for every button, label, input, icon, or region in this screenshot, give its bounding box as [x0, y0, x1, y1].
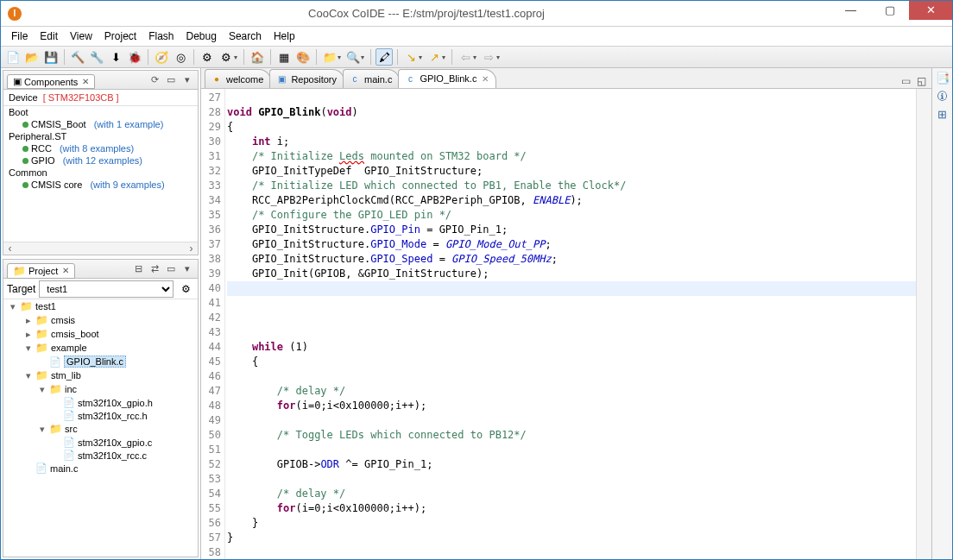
device-row[interactable]: Device [ STM32F103CB ]	[3, 90, 198, 106]
maximize-button[interactable]: ▢	[870, 1, 909, 20]
code-area[interactable]: void GPIO_Blink(void){ int i; /* Initial…	[225, 89, 916, 559]
dropdown-icon[interactable]: ▾	[361, 53, 364, 61]
tree-item[interactable]: 📄 stm32f10x_gpio.h	[3, 396, 198, 409]
dropdown-icon[interactable]: ▾	[234, 53, 237, 61]
hscroll[interactable]: ‹›	[3, 242, 198, 255]
component-group[interactable]: Common	[3, 167, 198, 179]
close-icon[interactable]: ✕	[82, 77, 89, 86]
separator	[193, 49, 194, 65]
grid-icon[interactable]: ▦	[275, 48, 293, 66]
tree-item[interactable]: ▸📁 cmsis_boot	[3, 327, 198, 341]
editor-tab[interactable]: cGPIO_Blink.c ✕	[398, 69, 496, 88]
component-group[interactable]: Peripheral.ST	[3, 130, 198, 142]
component-item[interactable]: RCC (with 8 examples)	[3, 142, 198, 154]
config-icon[interactable]: 🧭	[153, 48, 170, 66]
titlebar[interactable]: I CooCox CoIDE --- E:/stm/proj/test1/tes…	[1, 1, 952, 27]
menu-flash[interactable]: Flash	[143, 28, 179, 44]
tree-root[interactable]: ▾📁 test1	[3, 299, 198, 313]
tree-item[interactable]: ▾📁 inc	[3, 382, 198, 396]
panel-header[interactable]: 📁 Project ✕ ⊟ ⇄ ▭ ▾	[3, 260, 198, 279]
new-file-icon[interactable]: 📄	[4, 48, 22, 66]
prev-ann-icon[interactable]: ↗	[426, 48, 443, 66]
tree-item[interactable]: ▸📁 cmsis	[3, 313, 198, 327]
components-tab[interactable]: ▣ Components ✕	[7, 74, 95, 89]
tree-item[interactable]: 📄 GPIO_Blink.c	[3, 355, 198, 368]
build-icon[interactable]: 🔨	[69, 48, 86, 66]
menu-icon[interactable]: ▾	[180, 262, 194, 276]
examples-link[interactable]: (with 1 example)	[94, 119, 164, 129]
palette-icon[interactable]: 🎨	[294, 48, 312, 66]
examples-link[interactable]: (with 8 examples)	[60, 143, 134, 154]
highlighter-icon[interactable]: 🖍	[376, 48, 393, 66]
forward-icon[interactable]: ⇨	[480, 48, 497, 66]
dropdown-icon[interactable]: ▾	[419, 53, 422, 61]
search-icon[interactable]: 🔍	[344, 48, 362, 66]
settings-icon[interactable]: ⚙	[218, 48, 235, 66]
collapse-icon[interactable]: ⊟	[131, 262, 145, 276]
tree-item[interactable]: ▾📁 example	[3, 341, 198, 355]
close-icon[interactable]: ✕	[482, 74, 489, 84]
component-item[interactable]: GPIO (with 12 examples)	[3, 154, 198, 167]
editor-tab[interactable]: ●welcome	[205, 69, 271, 88]
open-type-icon[interactable]: 📁	[321, 48, 338, 66]
components-icon: ▣	[13, 76, 22, 87]
overview-ruler[interactable]	[916, 89, 931, 559]
home-icon[interactable]: 🏠	[249, 48, 266, 66]
file-icon: ●	[211, 73, 223, 85]
link-icon[interactable]: ⇄	[148, 262, 161, 276]
minimize-icon[interactable]: ▭	[164, 73, 178, 87]
target-select[interactable]: test1	[39, 280, 174, 298]
minimize-button[interactable]: —	[831, 1, 870, 20]
back-icon[interactable]: ⇦	[457, 48, 474, 66]
editor-tab[interactable]: cmain.c	[343, 69, 400, 88]
menu-help[interactable]: Help	[268, 28, 300, 44]
menu-icon[interactable]: ▾	[180, 73, 194, 87]
open-icon[interactable]: 📂	[23, 48, 41, 66]
restore-icon[interactable]: ◱	[914, 74, 928, 88]
code-editor[interactable]: 2728293031323334353637383940414243444546…	[201, 89, 931, 559]
menu-file[interactable]: File	[6, 28, 33, 44]
examples-link[interactable]: (with 9 examples)	[90, 179, 164, 190]
component-group[interactable]: Boot	[3, 106, 198, 118]
tree-item[interactable]: ▾📁 src	[3, 422, 198, 436]
tab-label: Components	[24, 77, 78, 87]
examples-link[interactable]: (with 12 examples)	[63, 155, 142, 166]
tree-item[interactable]: 📄 main.c	[3, 462, 198, 475]
save-icon[interactable]: 💾	[42, 48, 60, 66]
dropdown-icon[interactable]: ▾	[496, 53, 500, 61]
help-icon[interactable]: 🛈	[937, 90, 948, 103]
close-button[interactable]: ✕	[909, 1, 952, 20]
menu-project[interactable]: Project	[99, 28, 142, 44]
menu-search[interactable]: Search	[224, 28, 267, 44]
component-item[interactable]: CMSIS_Boot (with 1 example)	[3, 118, 198, 130]
menu-edit[interactable]: Edit	[35, 28, 63, 44]
panel-header[interactable]: ▣ Components ✕ ⟳ ▭ ▾	[3, 71, 198, 90]
target-icon[interactable]: ◎	[172, 48, 189, 66]
rebuild-icon[interactable]: 🔧	[88, 48, 105, 66]
maximize-icon[interactable]: ▭	[899, 74, 912, 88]
tree-item[interactable]: ▾📁 stm_lib	[3, 368, 198, 382]
target-settings-icon[interactable]: ⚙	[177, 280, 194, 298]
window-title: CooCox CoIDE --- E:/stm/proj/test1/test1…	[22, 7, 831, 20]
refresh-icon[interactable]: ⟳	[148, 73, 161, 87]
outline-icon[interactable]: 📑	[936, 72, 950, 85]
peripherals-icon[interactable]: ⊞	[937, 108, 947, 121]
debug-icon[interactable]: 🐞	[126, 48, 143, 66]
editor-tabs-controls: ▭ ◱	[899, 74, 931, 88]
close-icon[interactable]: ✕	[62, 266, 69, 275]
tree-item[interactable]: 📄 stm32f10x_rcc.h	[3, 409, 198, 422]
tree-item[interactable]: 📄 stm32f10x_gpio.c	[3, 436, 198, 449]
dropdown-icon[interactable]: ▾	[473, 53, 476, 61]
minimize-icon[interactable]: ▭	[164, 262, 178, 276]
next-ann-icon[interactable]: ↘	[402, 48, 420, 66]
project-tab[interactable]: 📁 Project ✕	[7, 263, 75, 279]
menu-view[interactable]: View	[65, 28, 98, 44]
tree-item[interactable]: 📄 stm32f10x_rcc.c	[3, 449, 198, 462]
component-item[interactable]: CMSIS core (with 9 examples)	[3, 179, 198, 191]
dropdown-icon[interactable]: ▾	[338, 53, 341, 61]
menu-debug[interactable]: Debug	[181, 28, 222, 44]
dropdown-icon[interactable]: ▾	[442, 53, 445, 61]
editor-tab[interactable]: ▣Repository	[269, 69, 344, 88]
download-icon[interactable]: ⬇	[107, 48, 124, 66]
gear-icon[interactable]: ⚙	[199, 48, 216, 66]
